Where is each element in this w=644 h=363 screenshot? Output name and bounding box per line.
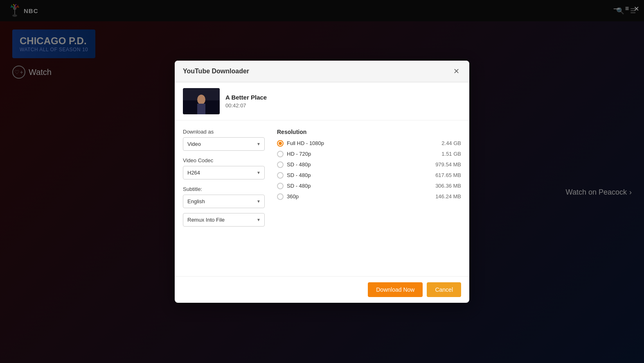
- modal-video-info: A Better Place 00:42:07: [175, 82, 469, 120]
- downloader-modal: YouTube Downloader ✕ A Better Place 00:4…: [175, 61, 469, 303]
- download-as-label: Download as: [183, 129, 265, 135]
- subtitle-mode-wrapper: Remux Into File: [183, 213, 265, 227]
- video-duration: 00:42:07: [225, 102, 267, 109]
- download-as-select[interactable]: Video: [183, 137, 265, 151]
- maximize-button[interactable]: ≡: [625, 5, 629, 13]
- resolution-label-0: Full HD - 1080p: [287, 140, 324, 146]
- radio-sd480-2[interactable]: [277, 172, 284, 179]
- subtitle-group: Subtitle: English Remux Into File: [183, 186, 265, 227]
- resolution-title: Resolution: [277, 129, 461, 135]
- resolution-size-1: 1.51 GB: [441, 151, 461, 157]
- modal-body: Download as Video Video Codec H264: [175, 120, 469, 276]
- resolution-label-1: HD - 720p: [287, 151, 311, 157]
- resolution-label-4: SD - 480p: [287, 183, 311, 189]
- minimize-button[interactable]: —: [614, 5, 620, 13]
- modal-footer: Download Now Cancel: [175, 276, 469, 303]
- video-meta: A Better Place 00:42:07: [225, 94, 267, 109]
- subtitle-wrapper: English: [183, 195, 265, 208]
- download-now-button[interactable]: Download Now: [368, 282, 423, 297]
- download-as-group: Download as Video: [183, 129, 265, 151]
- radio-fullhd[interactable]: [277, 140, 284, 147]
- modal-header: YouTube Downloader ✕: [175, 61, 469, 82]
- video-codec-label: Video Codec: [183, 157, 265, 163]
- cancel-button[interactable]: Cancel: [427, 282, 461, 297]
- modal-overlay: YouTube Downloader ✕ A Better Place 00:4…: [0, 0, 644, 363]
- modal-form-left: Download as Video Video Codec H264: [183, 129, 265, 268]
- modal-title: YouTube Downloader: [183, 68, 249, 75]
- svg-point-5: [197, 95, 205, 104]
- resolution-item-3[interactable]: SD - 480p 617.65 MB: [277, 172, 461, 179]
- resolution-size-3: 617.65 MB: [435, 172, 461, 178]
- resolution-item-4[interactable]: SD - 480p 306.36 MB: [277, 183, 461, 189]
- radio-sd480-3[interactable]: [277, 183, 284, 189]
- resolution-label-3: SD - 480p: [287, 172, 311, 178]
- resolution-item-2[interactable]: SD - 480p 979.54 MB: [277, 161, 461, 168]
- svg-rect-6: [197, 104, 205, 114]
- resolution-item-0[interactable]: Full HD - 1080p 2.44 GB: [277, 140, 461, 147]
- resolution-label-5: 360p: [287, 193, 299, 200]
- thumbnail-image: [183, 88, 220, 114]
- video-codec-wrapper: H264: [183, 166, 265, 179]
- subtitle-label: Subtitle:: [183, 186, 265, 192]
- resolution-size-0: 2.44 GB: [441, 140, 461, 146]
- radio-360p[interactable]: [277, 193, 284, 200]
- modal-resolution: Resolution Full HD - 1080p 2.44 GB HD: [277, 129, 461, 268]
- subtitle-select[interactable]: English: [183, 195, 265, 208]
- modal-close-button[interactable]: ✕: [451, 66, 461, 76]
- resolution-item-5[interactable]: 360p 146.24 MB: [277, 193, 461, 200]
- radio-sd480-1[interactable]: [277, 161, 284, 168]
- video-codec-select[interactable]: H264: [183, 166, 265, 179]
- download-as-wrapper: Video: [183, 137, 265, 151]
- resolution-item-1[interactable]: HD - 720p 1.51 GB: [277, 151, 461, 157]
- resolution-size-5: 146.24 MB: [435, 193, 461, 200]
- subtitle-mode-select[interactable]: Remux Into File: [183, 213, 265, 227]
- resolution-size-2: 979.54 MB: [435, 161, 461, 168]
- video-title: A Better Place: [225, 94, 267, 101]
- resolution-label-2: SD - 480p: [287, 161, 311, 168]
- video-codec-group: Video Codec H264: [183, 157, 265, 179]
- close-button[interactable]: ✕: [634, 5, 639, 13]
- resolution-size-4: 306.36 MB: [435, 183, 461, 189]
- window-controls: — ≡ ✕: [614, 5, 639, 13]
- video-thumbnail: [183, 88, 220, 114]
- resolution-list: Full HD - 1080p 2.44 GB HD - 720p 1.51 G…: [277, 140, 461, 200]
- radio-hd720[interactable]: [277, 151, 284, 157]
